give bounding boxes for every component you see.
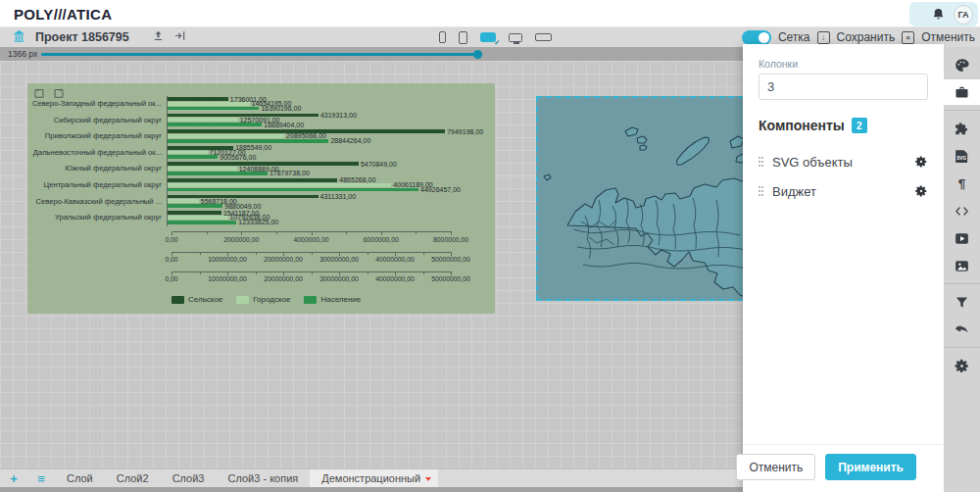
chart-category-row: Северо-Западный федеральный ок...1736001… [27, 96, 495, 113]
axis-tick-label: 30000000,00 [319, 256, 359, 263]
chart-value-label: 16889404,00 [264, 122, 304, 128]
chart-bar [168, 195, 318, 199]
component-settings-gear-icon[interactable] [914, 155, 928, 169]
columns-input[interactable] [759, 74, 928, 100]
chart-bar [168, 155, 218, 159]
chart-bar [168, 167, 237, 171]
legend-swatch [236, 296, 249, 304]
code-icon[interactable] [944, 198, 980, 223]
chart-bar [168, 216, 228, 220]
chart-category-label: Приволжский федеральный округ [27, 128, 167, 145]
sidebar-separator [944, 283, 980, 284]
drag-handle-icon[interactable] [759, 186, 763, 197]
grid-toggle[interactable] [742, 30, 771, 45]
chart-category-label: Северо-Западный федеральный ок... [27, 96, 167, 113]
component-item[interactable]: Виджет [759, 176, 928, 206]
filter-icon[interactable] [944, 289, 980, 315]
viewport-width-slider-track[interactable] [41, 53, 482, 56]
panel-cancel-button[interactable]: Отменить [736, 454, 815, 480]
bar-chart-widget[interactable]: Северо-Западный федеральный ок...1736001… [27, 83, 495, 314]
layer-tab[interactable]: Слой2 [105, 469, 161, 487]
app-window: POLY///ATICA ГА Проект 1856795 Сетка [0, 0, 980, 492]
chart-category-row: Южный федеральный округ5470849,001240888… [27, 161, 495, 177]
map-widget[interactable] [536, 96, 754, 301]
chart-x-axis: 0,002000000,004000000,006000000,00800000… [172, 231, 452, 244]
video-icon[interactable] [944, 225, 980, 251]
layer-tab[interactable]: Слой3 [161, 469, 217, 487]
panel-apply-button[interactable]: Применить [825, 454, 916, 480]
cancel-button[interactable]: Отменить [921, 30, 975, 44]
chart-bar [168, 172, 268, 175]
chart-x-axis: 0,0010000000,0020000000,0030000000,00400… [172, 252, 452, 265]
chart-category-label: Северо-Кавказский федеральный ... [27, 194, 167, 211]
layers-menu-button[interactable]: ≡ [27, 469, 55, 487]
component-item[interactable]: SVG объекты [759, 147, 928, 176]
chart-x-axis: 0,0010000000,0020000000,0030000000,00400… [172, 271, 452, 284]
upload-icon[interactable] [152, 28, 165, 46]
component-item-label: Виджет [772, 184, 906, 199]
chart-value-label: 9005676,00 [220, 154, 256, 161]
chart-bar [168, 221, 236, 224]
laptop-preview-icon[interactable] [480, 32, 496, 42]
user-avatar[interactable]: ГА [954, 5, 973, 25]
axis-tick-label: 50000000,00 [431, 256, 470, 263]
chart-bar [168, 97, 228, 101]
save-button[interactable]: Сохранить [837, 30, 896, 44]
panel-footer: Отменить Применить [743, 444, 944, 492]
project-icon [12, 28, 26, 47]
viewport-width-slider-handle[interactable] [473, 50, 482, 59]
chart-bar [168, 199, 199, 203]
svg-file-icon[interactable]: SVG [944, 143, 980, 169]
axis-tick-label: 6000000,00 [364, 236, 399, 243]
palette-icon[interactable] [944, 52, 980, 77]
chart-bar [168, 188, 418, 192]
chart-category-row: Центральный федеральный округ4865268,004… [27, 177, 495, 194]
sidebar-separator [944, 347, 980, 348]
display-preview-icon[interactable] [535, 33, 552, 41]
puzzle-icon[interactable] [944, 116, 980, 141]
chart-bar [168, 118, 238, 122]
phone-preview-icon[interactable] [439, 31, 446, 43]
tablet-preview-icon[interactable] [459, 31, 467, 44]
chart-bar [168, 211, 221, 215]
chart-value-label: 7949198,00 [447, 128, 483, 135]
chart-category-row: Приволжский федеральный округ7949198,002… [27, 128, 495, 145]
chart-bar [168, 204, 222, 208]
settings-icon[interactable] [944, 353, 980, 378]
chart-value-label: 12333825,00 [238, 219, 278, 225]
axis-tick-label: 8000000,00 [433, 236, 468, 243]
chart-category-label: Центральный федеральный округ [27, 177, 167, 194]
chart-value-label: 16390196,00 [261, 105, 301, 112]
layer-tab-active[interactable]: Демонстрационный [310, 469, 438, 487]
legend-swatch [172, 296, 184, 304]
chart-category-label: Уральский федеральный округ [27, 210, 167, 226]
reply-icon[interactable] [944, 317, 980, 342]
russia-map-svg [538, 98, 752, 299]
chart-value-label: 28844264,00 [330, 137, 370, 144]
image-icon[interactable] [944, 253, 980, 278]
chart-bar [168, 123, 262, 126]
monitor-preview-icon[interactable] [509, 33, 522, 42]
component-settings-gear-icon[interactable] [914, 184, 928, 198]
chart-value-label: 9880049,00 [224, 203, 261, 210]
chart-value-label: 5470849,00 [361, 161, 397, 168]
briefcase-icon[interactable] [944, 79, 980, 105]
axis-tick-label: 20000000,00 [264, 256, 303, 263]
svg-text:¶: ¶ [958, 175, 966, 190]
paragraph-icon[interactable]: ¶ [944, 171, 980, 196]
collapse-panel-icon[interactable] [173, 28, 186, 46]
svg-text:SVG: SVG [956, 156, 966, 161]
axis-tick-label: 4000000,00 [294, 236, 329, 243]
notifications-bell-icon[interactable] [931, 7, 946, 22]
chart-category-row: Уральский федеральный округ1541187,00107… [27, 210, 495, 226]
columns-field-label: Колонки [759, 58, 928, 70]
add-layer-button[interactable]: + [0, 469, 27, 487]
axis-tick-label: 0,00 [165, 236, 177, 243]
layer-tab[interactable]: Слой [55, 469, 105, 487]
drag-handle-icon[interactable] [759, 157, 763, 168]
polymatica-logo: POLY///ATICA [14, 6, 112, 23]
layer-tab[interactable]: Слой3 - копия [217, 469, 311, 487]
viewport-width-label: 1366 px [8, 49, 37, 59]
sidebar-separator [944, 110, 980, 111]
chart-bar [168, 139, 328, 143]
